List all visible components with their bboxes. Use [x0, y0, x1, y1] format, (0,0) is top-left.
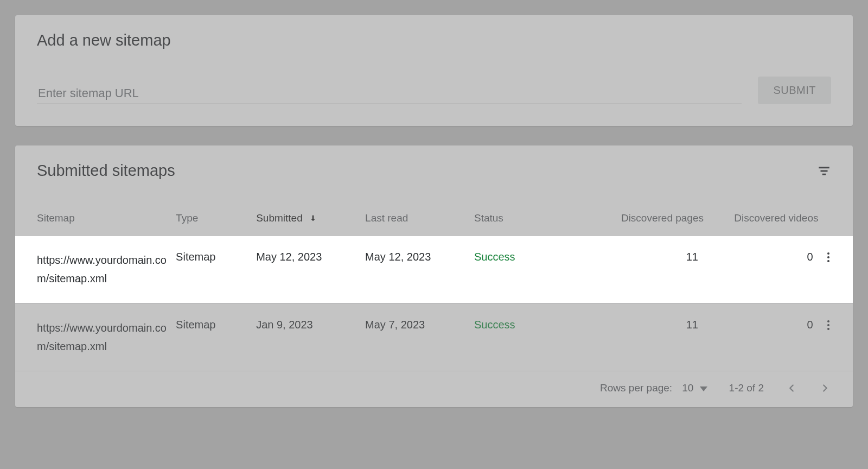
col-status[interactable]: Status — [474, 205, 583, 236]
svg-point-3 — [827, 252, 829, 255]
add-sitemap-row: SUBMIT — [37, 77, 831, 104]
rows-per-page: Rows per page: 10 — [600, 382, 707, 394]
table-row[interactable]: https://www.yourdomain.com/sitemap.xmlSi… — [15, 303, 853, 371]
col-sitemap[interactable]: Sitemap — [15, 205, 176, 236]
table-row[interactable]: https://www.yourdomain.com/sitemap.xmlSi… — [15, 236, 853, 303]
cell-videos: 0 — [704, 303, 819, 371]
submit-button[interactable]: SUBMIT — [758, 77, 831, 104]
cell-pages: 11 — [583, 236, 704, 303]
more-vert-icon[interactable] — [822, 251, 835, 264]
cell-last-read: May 12, 2023 — [365, 236, 474, 303]
arrow-down-icon — [309, 213, 317, 225]
cell-sitemap: https://www.yourdomain.com/sitemap.xml — [37, 319, 170, 356]
page-range: 1-2 of 2 — [729, 382, 764, 394]
table-header-row: Sitemap Type Submitted Last read Status … — [15, 205, 853, 236]
col-last-read[interactable]: Last read — [365, 205, 474, 236]
col-actions — [819, 205, 853, 236]
cell-status: Success — [474, 303, 583, 371]
svg-rect-1 — [821, 170, 828, 172]
sitemap-url-input[interactable] — [37, 83, 742, 104]
add-sitemap-title: Add a new sitemap — [37, 31, 831, 49]
next-page-button[interactable] — [819, 382, 831, 394]
filter-icon[interactable] — [817, 164, 831, 178]
col-videos[interactable]: Discovered videos — [704, 205, 819, 236]
table-pager: Rows per page: 10 1-2 of 2 — [15, 371, 853, 407]
cell-status: Success — [474, 236, 583, 303]
svg-rect-0 — [819, 167, 829, 168]
more-vert-icon[interactable] — [822, 319, 835, 332]
col-type[interactable]: Type — [176, 205, 256, 236]
svg-rect-2 — [822, 173, 826, 175]
add-sitemap-card: Add a new sitemap SUBMIT — [15, 15, 853, 126]
col-submitted-label: Submitted — [256, 212, 303, 224]
svg-point-5 — [827, 260, 829, 262]
sitemaps-table: Sitemap Type Submitted Last read Status … — [15, 205, 853, 371]
svg-point-6 — [827, 320, 829, 322]
cell-submitted: Jan 9, 2023 — [256, 303, 365, 371]
rows-per-page-value: 10 — [682, 382, 693, 394]
submitted-sitemaps-card: Submitted sitemaps Sitemap Type Submitte… — [15, 145, 853, 407]
prev-page-button[interactable] — [786, 382, 797, 394]
svg-point-7 — [827, 324, 829, 326]
col-submitted[interactable]: Submitted — [256, 205, 365, 236]
cell-last-read: May 7, 2023 — [365, 303, 474, 371]
cell-type: Sitemap — [176, 236, 256, 303]
cell-pages: 11 — [583, 303, 704, 371]
cell-videos: 0 — [704, 236, 819, 303]
cell-sitemap: https://www.yourdomain.com/sitemap.xml — [37, 251, 170, 288]
cell-submitted: May 12, 2023 — [256, 236, 365, 303]
list-header: Submitted sitemaps — [15, 145, 853, 205]
rows-per-page-select[interactable]: 10 — [682, 382, 707, 394]
rows-per-page-label: Rows per page: — [600, 382, 672, 394]
submitted-sitemaps-title: Submitted sitemaps — [37, 162, 175, 180]
col-pages[interactable]: Discovered pages — [583, 205, 704, 236]
svg-point-4 — [827, 256, 829, 258]
svg-point-8 — [827, 328, 829, 330]
dropdown-triangle-icon — [700, 386, 707, 391]
cell-type: Sitemap — [176, 303, 256, 371]
